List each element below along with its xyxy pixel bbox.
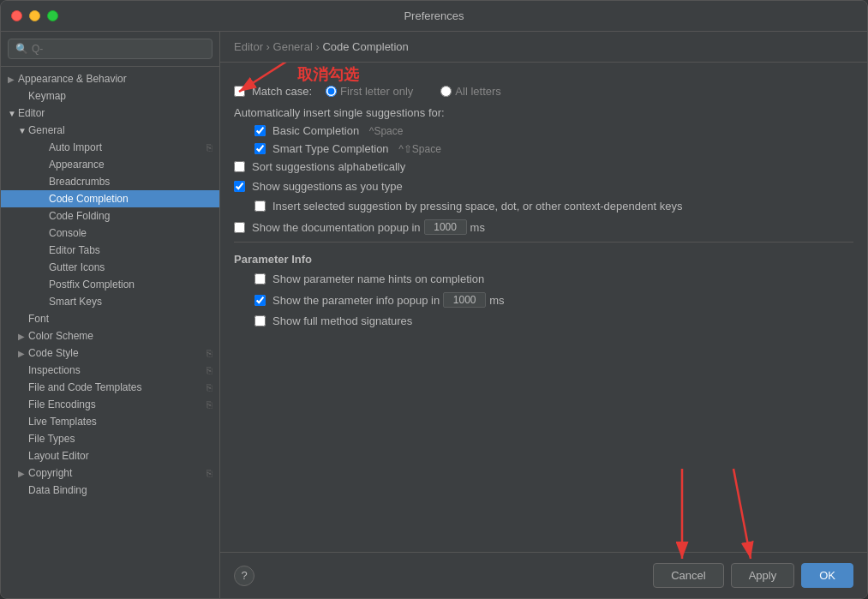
- show-full-signatures-checkbox[interactable]: [254, 315, 266, 326]
- apply-button[interactable]: Apply: [731, 563, 795, 588]
- all-letters-radio[interactable]: [440, 86, 452, 97]
- sidebar-item-breadcrumbs[interactable]: Breadcrumbs: [1, 173, 219, 190]
- sidebar-item-label: Code Completion: [49, 193, 129, 205]
- sidebar-item-code-completion[interactable]: Code Completion: [1, 190, 219, 207]
- sidebar-item-code-style[interactable]: ▶ Code Style ⎘: [1, 344, 219, 362]
- copy-icon: ⎘: [207, 365, 213, 375]
- basic-completion-checkbox[interactable]: [254, 125, 266, 136]
- sidebar-item-file-code-templates[interactable]: File and Code Templates ⎘: [1, 379, 219, 396]
- copy-icon: ⎘: [207, 468, 213, 478]
- sidebar-item-label: File Encodings: [28, 398, 96, 410]
- ok-button[interactable]: OK: [801, 563, 853, 588]
- sidebar-item-color-scheme[interactable]: ▶ Color Scheme: [1, 327, 219, 344]
- show-param-popup-checkbox[interactable]: [254, 295, 266, 306]
- first-letter-radio[interactable]: [326, 86, 337, 97]
- smart-completion-shortcut: ^⇧Space: [398, 143, 441, 155]
- arrow-icon: [18, 400, 28, 410]
- match-case-label[interactable]: Match case:: [252, 85, 312, 98]
- minimize-button[interactable]: [29, 10, 40, 21]
- sidebar-item-label: Gutter Icons: [49, 261, 105, 273]
- preferences-window: Preferences 🔍 ▶ Appearance & Behavior: [0, 0, 868, 599]
- auto-insert-label: Automatically insert single suggestions …: [234, 106, 853, 119]
- help-button[interactable]: ?: [234, 566, 254, 586]
- sidebar-item-label: Appearance: [49, 159, 105, 171]
- sidebar-item-appearance-behavior[interactable]: ▶ Appearance & Behavior: [1, 70, 219, 87]
- smart-type-completion-checkbox[interactable]: [254, 143, 266, 154]
- cancel-button[interactable]: Cancel: [653, 563, 723, 588]
- basic-completion-row: Basic Completion ^Space: [254, 124, 853, 137]
- arrow-icon: ▼: [18, 126, 28, 135]
- arrow-icon: [18, 417, 28, 427]
- sidebar-item-label: Code Folding: [49, 210, 110, 222]
- sidebar-item-copyright[interactable]: ▶ Copyright ⎘: [1, 464, 219, 482]
- basic-completion-label[interactable]: Basic Completion ^Space: [272, 124, 403, 137]
- match-case-checkbox[interactable]: [234, 86, 245, 97]
- sidebar-item-layout-editor[interactable]: Layout Editor: [1, 447, 219, 464]
- close-button[interactable]: [11, 10, 22, 21]
- show-as-you-type-label[interactable]: Show suggestions as you type: [252, 180, 403, 193]
- param-popup-ms-input[interactable]: [443, 292, 486, 308]
- show-param-hints-label[interactable]: Show parameter name hints on completion: [272, 273, 484, 285]
- sidebar-item-label: Inspections: [28, 364, 81, 376]
- sidebar-item-data-binding[interactable]: Data Binding: [1, 482, 219, 499]
- sidebar-item-smart-keys[interactable]: Smart Keys: [1, 293, 219, 310]
- sidebar-item-console[interactable]: Console: [1, 225, 219, 242]
- all-letters-radio-label[interactable]: All letters: [440, 85, 500, 98]
- sidebar-item-editor[interactable]: ▼ Editor: [1, 105, 219, 122]
- arrow-icon: [39, 212, 49, 221]
- copy-icon: ⎘: [207, 348, 213, 358]
- first-letter-radio-label[interactable]: First letter only: [326, 85, 413, 98]
- sidebar-item-live-templates[interactable]: Live Templates: [1, 413, 219, 430]
- sort-alphabetically-label[interactable]: Sort suggestions alphabetically: [252, 160, 405, 173]
- sidebar-item-inspections[interactable]: Inspections ⎘: [1, 362, 219, 379]
- maximize-button[interactable]: [47, 10, 58, 21]
- bottom-bar: ?: [220, 552, 867, 598]
- sidebar-item-auto-import[interactable]: Auto Import ⎘: [1, 139, 219, 156]
- sidebar: 🔍 ▶ Appearance & Behavior Keymap ▼: [1, 32, 220, 598]
- sidebar-item-gutter-icons[interactable]: Gutter Icons: [1, 259, 219, 276]
- sidebar-item-label: Copyright: [28, 467, 72, 479]
- sidebar-item-label: Console: [49, 227, 87, 239]
- breadcrumb-current: Code Completion: [322, 40, 408, 53]
- arrow-icon: [18, 366, 28, 375]
- arrow-icon: [18, 383, 28, 392]
- insert-by-space-checkbox[interactable]: [254, 201, 266, 212]
- show-as-you-type-checkbox[interactable]: [234, 181, 245, 192]
- sort-alphabetically-checkbox[interactable]: [234, 161, 245, 172]
- sidebar-item-general[interactable]: ▼ General: [1, 122, 219, 139]
- insert-by-space-label[interactable]: Insert selected suggestion by pressing s…: [272, 200, 682, 213]
- sidebar-item-label: Keymap: [28, 90, 66, 102]
- smart-type-completion-label[interactable]: Smart Type Completion ^⇧Space: [272, 142, 441, 155]
- sidebar-item-label: Auto Import: [49, 141, 102, 153]
- sidebar-item-font[interactable]: Font: [1, 310, 219, 327]
- all-letters-label: All letters: [455, 85, 500, 98]
- sidebar-item-postfix-completion[interactable]: Postfix Completion: [1, 276, 219, 293]
- sidebar-item-appearance[interactable]: Appearance: [1, 156, 219, 173]
- show-full-signatures-label[interactable]: Show full method signatures: [272, 314, 412, 327]
- sidebar-item-keymap[interactable]: Keymap: [1, 87, 219, 105]
- sidebar-item-label: Smart Keys: [49, 296, 102, 308]
- show-param-popup-label[interactable]: Show the parameter info popup in: [272, 294, 440, 307]
- search-input[interactable]: [32, 43, 204, 55]
- show-param-hints-checkbox[interactable]: [254, 273, 266, 285]
- show-doc-popup-checkbox[interactable]: [234, 222, 245, 233]
- sidebar-tree: ▶ Appearance & Behavior Keymap ▼ Editor …: [1, 67, 219, 598]
- show-doc-popup-label[interactable]: Show the documentation popup in: [252, 221, 421, 234]
- doc-popup-ms-input[interactable]: [424, 219, 467, 235]
- sidebar-item-file-encodings[interactable]: File Encodings ⎘: [1, 396, 219, 413]
- show-param-popup-row: Show the parameter info popup in ms: [254, 292, 853, 308]
- sidebar-item-code-folding[interactable]: Code Folding: [1, 207, 219, 225]
- arrow-icon: [39, 246, 49, 255]
- search-box: 🔍: [1, 32, 219, 67]
- match-case-radio-group: First letter only All letters: [326, 85, 515, 98]
- sidebar-item-label: Code Style: [28, 347, 79, 359]
- sidebar-item-editor-tabs[interactable]: Editor Tabs: [1, 242, 219, 259]
- main-panel: Editor › General › Code Completion: [220, 32, 867, 598]
- sidebar-item-file-types[interactable]: File Types: [1, 430, 219, 447]
- sidebar-item-label: Editor Tabs: [49, 244, 100, 256]
- insert-by-space-row: Insert selected suggestion by pressing s…: [254, 200, 853, 213]
- breadcrumb: Editor › General › Code Completion: [220, 32, 867, 63]
- sidebar-item-label: Appearance & Behavior: [18, 73, 127, 85]
- copy-icon: ⎘: [207, 382, 213, 392]
- arrow-icon: [39, 195, 49, 204]
